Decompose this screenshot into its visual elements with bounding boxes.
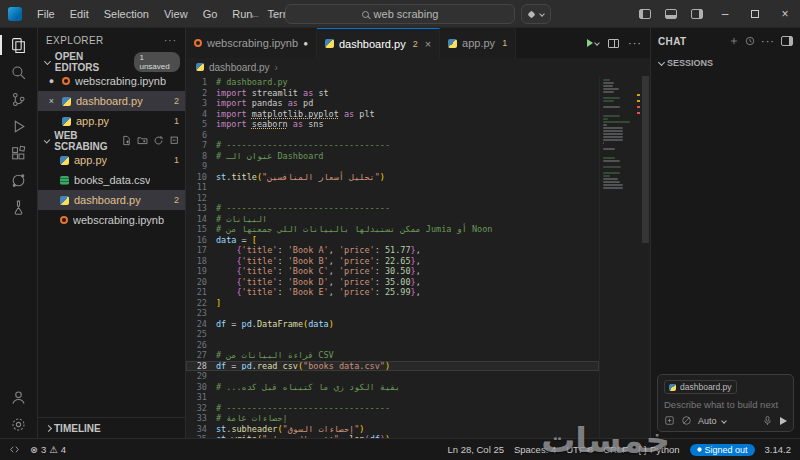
code-line[interactable]: 26 <box>186 340 599 351</box>
code-line[interactable]: 31 <box>186 392 599 403</box>
code-line[interactable]: 13# -------------------------------- <box>186 203 599 214</box>
testing-flask-icon[interactable] <box>0 194 38 220</box>
python-version[interactable]: 3.14.2 <box>760 439 796 460</box>
code-line[interactable]: 32# -------------------------------- <box>186 403 599 414</box>
code-line[interactable]: 9 <box>186 161 599 172</box>
code-line[interactable]: 5import seaborn as sns <box>186 119 599 130</box>
tab-app-py[interactable]: app.py 1 <box>440 28 516 58</box>
history-clock-icon[interactable] <box>745 36 755 46</box>
back-icon[interactable]: ← <box>249 7 261 21</box>
code-line[interactable]: 4import matplotlib.pyplot as plt <box>186 109 599 120</box>
notebook-activity-icon[interactable] <box>0 167 38 193</box>
code-line[interactable]: 25 <box>186 329 599 340</box>
code-line[interactable]: 2import streamlit as st <box>186 88 599 99</box>
workspace-folder-header[interactable]: WEB SCRABING <box>38 131 185 150</box>
tab-webscrabing-ipynb[interactable]: webscrabing.ipynb ● <box>186 28 317 58</box>
mic-icon[interactable] <box>762 415 773 426</box>
code-line[interactable]: 20 {'title': 'Book D', 'price': 35.00}, <box>186 277 599 288</box>
code-line[interactable]: 24df = pd.DataFrame(data) <box>186 319 599 330</box>
open-editor-item[interactable]: × dashboard.py 2 <box>38 91 185 111</box>
code-line[interactable]: 27# قراءة البيانات من CSV <box>186 350 599 361</box>
code-line[interactable]: 33# إحصاءات عامة <box>186 413 599 424</box>
close-button[interactable]: × <box>770 0 800 27</box>
new-folder-icon[interactable] <box>137 135 148 146</box>
menu-view[interactable]: View <box>157 5 195 23</box>
panel-layout-icon[interactable] <box>781 36 793 46</box>
dirty-dot-icon[interactable]: ● <box>303 39 308 48</box>
file-row[interactable]: books_data.csv <box>38 170 185 190</box>
code-line[interactable]: 17 {'title': 'Book A', 'price': 51.77}, <box>186 245 599 256</box>
indentation[interactable]: Spaces: 4 <box>509 439 561 460</box>
open-editor-item[interactable]: app.py 1 <box>38 111 185 131</box>
code-line[interactable]: 30# ...بقية الكود زي ما كتبناه قبل كده <box>186 382 599 393</box>
timeline-section[interactable]: TIMELINE <box>38 417 185 438</box>
code-line[interactable]: 7# -------------------------------- <box>186 140 599 151</box>
account-icon[interactable] <box>0 384 38 410</box>
settings-gear-icon[interactable] <box>0 411 38 437</box>
code-line[interactable]: 19 {'title': 'Book C', 'price': 30.50}, <box>186 266 599 277</box>
tools-icon[interactable] <box>681 415 692 426</box>
copilot-button[interactable] <box>521 4 551 24</box>
run-button[interactable] <box>587 39 599 47</box>
breadcrumb-item[interactable]: dashboard.py <box>209 62 270 73</box>
code-line[interactable]: 23 <box>186 308 599 319</box>
forward-icon[interactable]: → <box>267 7 279 21</box>
code-line[interactable]: 21 {'title': 'Book E', 'price': 25.99}, <box>186 287 599 298</box>
refresh-icon[interactable] <box>153 135 164 146</box>
open-editor-item[interactable]: ● webscrabing.ipynb <box>38 71 185 91</box>
menu-file[interactable]: File <box>30 5 62 23</box>
toggle-secondary-sidebar-icon[interactable] <box>691 9 703 19</box>
minimize-button[interactable]: – <box>710 0 740 27</box>
code-line[interactable]: 10st.title("تحليل أسعار المنافسين") <box>186 172 599 183</box>
search-activity-icon[interactable] <box>0 59 38 85</box>
code-line[interactable]: 15# ممكن تستبدلها بالبيانات اللي جمعتها … <box>186 224 599 235</box>
new-chat-icon[interactable] <box>729 36 739 46</box>
chat-more-icon[interactable]: ··· <box>761 35 775 47</box>
mode-dropdown[interactable]: Auto <box>698 416 726 426</box>
collapse-all-icon[interactable] <box>169 135 180 146</box>
code-line[interactable]: 18 {'title': 'Book B', 'price': 22.65}, <box>186 256 599 267</box>
open-editors-header[interactable]: OPEN EDITORS 1 unsaved <box>38 52 185 71</box>
close-icon[interactable]: × <box>46 96 57 106</box>
code-line[interactable]: 34st.subheader("إحصاءات السوق") <box>186 424 599 435</box>
encoding[interactable]: UTF-8 <box>561 439 598 460</box>
code-line[interactable]: 35st.write("عدد المنتجات:", len(df)) <box>186 434 599 438</box>
code-line[interactable]: 1# dashboard.py <box>186 77 599 88</box>
remote-indicator[interactable] <box>4 439 25 460</box>
language-mode[interactable]: { } Python <box>633 439 685 460</box>
run-debug-icon[interactable] <box>0 113 38 139</box>
add-context-icon[interactable] <box>664 415 675 426</box>
source-control-icon[interactable] <box>0 86 38 112</box>
close-icon[interactable]: × <box>425 38 431 50</box>
send-icon[interactable] <box>780 417 787 425</box>
menu-go[interactable]: Go <box>196 5 225 23</box>
search-input[interactable]: web scrabing <box>285 4 515 24</box>
menu-edit[interactable]: Edit <box>63 5 96 23</box>
tab-dashboard-py[interactable]: dashboard.py 2 × <box>317 28 440 58</box>
menu-selection[interactable]: Selection <box>97 5 156 23</box>
code-line[interactable]: 8# عنوان الـ Dashboard <box>186 151 599 162</box>
eol-sequence[interactable]: CRLF <box>598 439 633 460</box>
sessions-header[interactable]: SESSIONS <box>651 54 800 72</box>
scrollbar-thumb[interactable] <box>642 76 649 243</box>
cursor-position[interactable]: Ln 28, Col 25 <box>442 439 509 460</box>
code-line[interactable]: 12 <box>186 193 599 204</box>
code-line[interactable]: 11 <box>186 182 599 193</box>
minimap[interactable] <box>599 76 641 438</box>
extensions-icon[interactable] <box>0 140 38 166</box>
explorer-icon[interactable] <box>0 32 38 58</box>
split-editor-icon[interactable] <box>608 39 619 48</box>
scrollbar[interactable] <box>641 76 650 438</box>
breadcrumb[interactable]: dashboard.py › <box>186 58 650 76</box>
code-line[interactable]: 3import pandas as pd <box>186 98 599 109</box>
context-chip[interactable]: dashboard.py <box>664 380 737 394</box>
code-line[interactable]: 28df = pd.read_csv("books_data.csv") <box>186 361 599 372</box>
code-line[interactable]: 22] <box>186 298 599 309</box>
file-row[interactable]: dashboard.py 2 <box>38 190 185 210</box>
chat-input[interactable]: dashboard.py Describe what to build next… <box>657 374 794 432</box>
toggle-panel-icon[interactable] <box>665 9 677 19</box>
code-line[interactable]: 16data = [ <box>186 235 599 246</box>
copilot-status[interactable]: Signed out <box>685 439 760 460</box>
toggle-sidebar-icon[interactable] <box>639 9 651 19</box>
code-line[interactable]: 14# البيانات <box>186 214 599 225</box>
